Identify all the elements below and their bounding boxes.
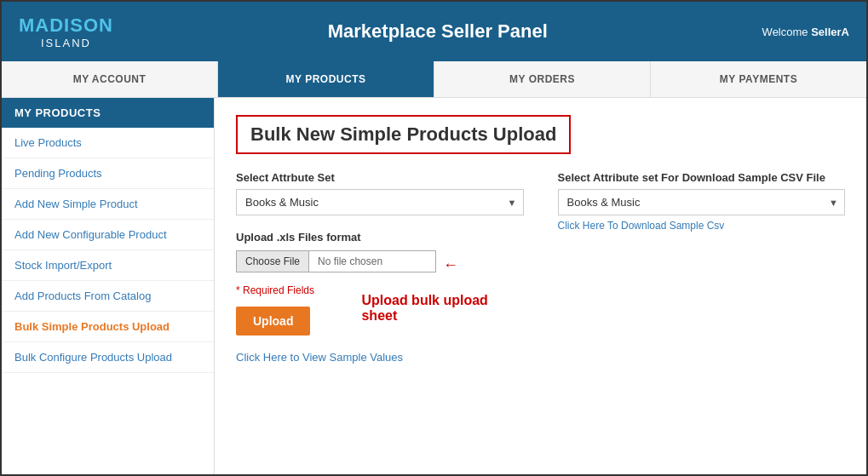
content-panel: Bulk New Simple Products Upload Select A… (215, 98, 866, 474)
sidebar-item-pending-products[interactable]: Pending Products (2, 158, 214, 189)
sidebar-item-add-products-from-catalog[interactable]: Add Products From Catalog (2, 281, 214, 312)
header-title: Marketplace Seller Panel (113, 20, 762, 43)
file-input-row: Choose File No file chosen (236, 250, 436, 272)
main-content: MY PRODUCTS Live Products Pending Produc… (2, 98, 866, 474)
tab-my-products[interactable]: MY PRODUCTS (218, 61, 434, 97)
welcome-text: Welcome (762, 26, 808, 38)
sample-values-link[interactable]: Click Here to View Sample Values (236, 351, 524, 364)
tab-my-payments[interactable]: MY PAYMENTS (651, 61, 866, 97)
upload-section: Upload .xls Files format Choose File No … (236, 231, 524, 364)
username: SellerA (811, 26, 849, 38)
right-col: Select Attribute set For Download Sample… (558, 171, 846, 364)
download-set-select[interactable]: Books & Music Default Electronics (558, 189, 846, 215)
file-name-display: No file chosen (308, 250, 436, 272)
sidebar-item-add-new-configurable-product[interactable]: Add New Configurable Product (2, 220, 214, 250)
attribute-set-label: Select Attrbute Set (236, 171, 524, 184)
tab-my-account[interactable]: MY ACCOUNT (2, 61, 218, 97)
logo-area: MADISON ISLAND (19, 14, 113, 49)
sidebar-item-add-new-simple-product[interactable]: Add New Simple Product (2, 189, 214, 220)
choose-file-button[interactable]: Choose File (236, 250, 308, 272)
sidebar: MY PRODUCTS Live Products Pending Produc… (2, 98, 215, 474)
arrow-indicator-icon: ← (443, 256, 458, 274)
sidebar-item-bulk-simple-products-upload[interactable]: Bulk Simple Products Upload (2, 312, 214, 342)
attribute-set-wrapper: Books & Music Default Electronics ▼ (236, 189, 524, 215)
sidebar-item-bulk-configure-products-upload[interactable]: Bulk Configure Products Upload (2, 342, 214, 373)
download-csv-link[interactable]: Click Here To Download Sample Csv (558, 220, 846, 232)
tab-my-orders[interactable]: MY ORDERS (434, 61, 651, 97)
download-set-wrapper: Books & Music Default Electronics ▼ (558, 189, 846, 215)
header: MADISON ISLAND Marketplace Seller Panel … (2, 2, 866, 61)
page-title: Bulk New Simple Products Upload (236, 115, 571, 154)
logo-madison: MADISON (19, 14, 113, 37)
nav-tabs: MY ACCOUNT MY PRODUCTS MY ORDERS MY PAYM… (2, 61, 866, 98)
sidebar-item-stock-import-export[interactable]: Stock Import/Export (2, 250, 214, 281)
attribute-set-select[interactable]: Books & Music Default Electronics (236, 189, 524, 215)
tooltip-text: Upload bulk upload sheet (361, 293, 523, 324)
sidebar-header: MY PRODUCTS (2, 98, 214, 128)
upload-format-label: Upload .xls Files format (236, 231, 524, 244)
page-wrapper: MADISON ISLAND Marketplace Seller Panel … (0, 0, 868, 476)
download-label: Select Attribute set For Download Sample… (558, 171, 846, 184)
upload-button[interactable]: Upload (236, 307, 310, 335)
left-col: Select Attrbute Set Books & Music Defaul… (236, 171, 524, 364)
logo-island: ISLAND (41, 37, 91, 49)
sidebar-item-live-products[interactable]: Live Products (2, 128, 214, 158)
header-welcome: Welcome SellerA (762, 26, 849, 38)
form-columns: Select Attrbute Set Books & Music Defaul… (236, 171, 845, 364)
